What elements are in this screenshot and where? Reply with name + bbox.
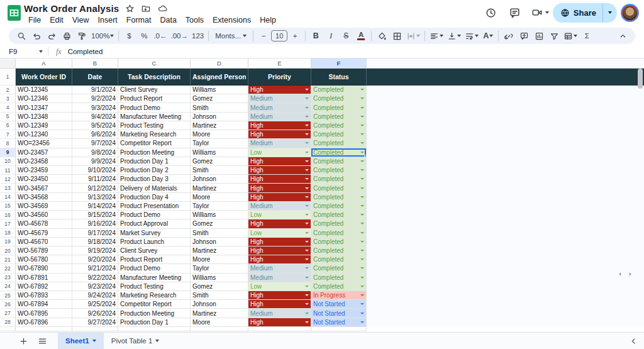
table-views-button[interactable] <box>562 29 579 43</box>
text-rotation-button[interactable]: A <box>480 29 496 43</box>
dropdown-arrow-icon[interactable] <box>305 97 309 99</box>
formula-input[interactable]: Completed <box>68 48 103 55</box>
dropdown-arrow-icon[interactable] <box>305 258 309 260</box>
dropdown-arrow-icon[interactable] <box>305 277 309 279</box>
insert-chart-button[interactable] <box>531 29 547 43</box>
select-all-button[interactable] <box>0 58 16 69</box>
cell-D6[interactable]: Martinez <box>191 121 248 130</box>
column-header-E[interactable]: E <box>248 58 311 69</box>
cell-B15[interactable]: 9/14/2024 <box>72 202 118 211</box>
dropdown-arrow-icon[interactable] <box>360 277 364 279</box>
more-formats-button[interactable]: 123 <box>190 29 206 43</box>
cell-partial[interactable] <box>191 327 248 331</box>
cell-A4[interactable]: WO-12347 <box>16 103 72 112</box>
cell-A6[interactable]: WO-12349 <box>16 121 72 130</box>
cell-C1[interactable]: Task Description <box>118 69 191 86</box>
cell-F2[interactable]: Completed <box>311 86 367 94</box>
cell-B8[interactable]: 9/7/2024 <box>72 139 118 148</box>
cell-D14[interactable]: Moore <box>191 193 248 202</box>
menu-help[interactable]: Help <box>255 14 280 26</box>
cell-B24[interactable]: 9/23/2024 <box>72 282 118 291</box>
row-header-20[interactable]: 20 <box>0 247 16 255</box>
row-header-16[interactable]: 16 <box>0 211 16 219</box>
row-header-29[interactable] <box>0 327 16 331</box>
cell-B7[interactable]: 9/6/2024 <box>72 130 118 139</box>
cell-E20[interactable]: High <box>248 247 311 255</box>
cell-F14[interactable]: Completed <box>311 193 367 202</box>
cell-A26[interactable]: WO-67894 <box>16 300 72 309</box>
row-header-6[interactable]: 6 <box>0 121 16 130</box>
cell-F15[interactable]: Completed <box>311 202 367 211</box>
menu-extensions[interactable]: Extensions <box>208 14 255 26</box>
row-header-14[interactable]: 14 <box>0 193 16 202</box>
dropdown-arrow-icon[interactable] <box>305 152 309 153</box>
decrease-font-size-button[interactable]: − <box>256 29 271 43</box>
cell-F8[interactable]: Completed <box>311 139 367 148</box>
dropdown-arrow-icon[interactable] <box>360 258 364 260</box>
row-header-18[interactable]: 18 <box>0 229 16 238</box>
cell-partial[interactable] <box>248 327 311 331</box>
dropdown-arrow-icon[interactable] <box>360 152 364 153</box>
cell-F13[interactable]: Completed <box>311 184 367 192</box>
cell-B2[interactable]: 9/1/2024 <box>72 86 118 94</box>
cell-A2[interactable]: WO-12345 <box>16 86 72 94</box>
cell-E7[interactable]: High <box>248 130 311 139</box>
dropdown-arrow-icon[interactable] <box>305 196 309 198</box>
print-button[interactable] <box>59 29 74 43</box>
dropdown-arrow-icon[interactable] <box>305 214 309 216</box>
cell-C19[interactable]: Product Launch <box>118 238 191 247</box>
row-header-9[interactable]: 9 <box>0 148 16 157</box>
cell-E19[interactable]: High <box>248 238 311 247</box>
scrollbar-thumb[interactable] <box>638 69 643 89</box>
star-icon[interactable] <box>125 4 135 13</box>
cell-E13[interactable]: High <box>248 184 311 192</box>
cell-B27[interactable]: 9/26/2024 <box>72 309 118 318</box>
menu-format[interactable]: Format <box>122 14 156 26</box>
row-header-24[interactable]: 24 <box>0 282 16 291</box>
cell-F23[interactable]: Completed <box>311 274 367 282</box>
row-header-15[interactable]: 15 <box>0 202 16 211</box>
search-button[interactable] <box>14 29 29 43</box>
version-history-icon[interactable] <box>481 3 501 23</box>
cell-A28[interactable]: WO-67896 <box>16 318 72 327</box>
cell-B1[interactable]: Date <box>72 69 118 86</box>
share-button[interactable]: Share <box>553 3 617 23</box>
horizontal-scroll-arrows[interactable] <box>618 272 633 277</box>
dropdown-arrow-icon[interactable] <box>305 285 309 287</box>
cell-A20[interactable]: WO-56789 <box>16 247 72 255</box>
cell-A10[interactable]: WO-23458 <box>16 157 72 166</box>
font-name-select[interactable]: Monts... <box>211 29 250 43</box>
cell-B20[interactable]: 9/19/2024 <box>72 247 118 255</box>
cell-C8[interactable]: Competitor Report <box>118 139 191 148</box>
redo-button[interactable] <box>44 29 59 43</box>
cell-B11[interactable]: 9/10/2024 <box>72 166 118 175</box>
cell-F26[interactable]: Not Started <box>311 300 367 309</box>
cell-F27[interactable]: Not Started <box>311 309 367 318</box>
cell-A17[interactable]: WO-45678 <box>16 219 72 228</box>
dropdown-arrow-icon[interactable] <box>360 133 364 135</box>
cell-B22[interactable]: 9/21/2024 <box>72 264 118 273</box>
cell-D17[interactable]: Gomez <box>191 219 248 228</box>
dropdown-arrow-icon[interactable] <box>305 142 309 144</box>
dropdown-arrow-icon[interactable] <box>305 160 309 162</box>
dropdown-arrow-icon[interactable] <box>305 89 309 91</box>
cell-C14[interactable]: Production Day 4 <box>118 193 191 202</box>
cell-C28[interactable]: Production Day 1 <box>118 318 191 327</box>
row-header-7[interactable]: 7 <box>0 130 16 139</box>
cell-partial[interactable] <box>311 327 367 331</box>
dropdown-arrow-icon[interactable] <box>360 294 364 296</box>
dropdown-arrow-icon[interactable] <box>360 285 364 287</box>
cell-B6[interactable]: 9/5/2024 <box>72 121 118 130</box>
dropdown-arrow-icon[interactable] <box>305 187 309 189</box>
menu-tools[interactable]: Tools <box>181 14 208 26</box>
cell-B9[interactable]: 9/8/2024 <box>72 148 118 157</box>
undo-button[interactable] <box>29 29 44 43</box>
vertical-scrollbar[interactable] <box>638 60 643 327</box>
cell-E11[interactable]: High <box>248 166 311 175</box>
cell-partial[interactable] <box>118 327 191 331</box>
cell-C9[interactable]: Production Meeting <box>118 148 191 157</box>
dropdown-arrow-icon[interactable] <box>305 133 309 135</box>
cell-B3[interactable]: 9/2/2024 <box>72 94 118 103</box>
cell-C6[interactable]: Product Testing <box>118 121 191 130</box>
cell-E5[interactable]: Medium <box>248 113 311 121</box>
